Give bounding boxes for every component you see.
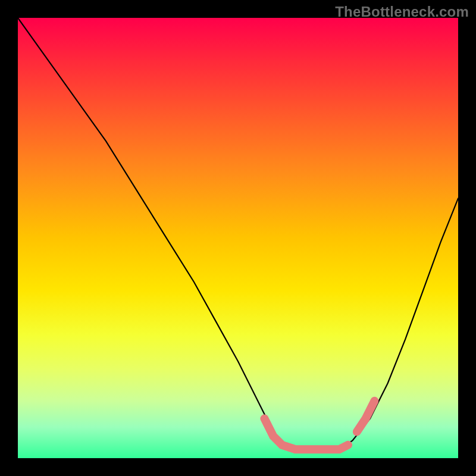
chart-frame: TheBottleneck.com (0, 0, 476, 476)
trough-highlight (264, 418, 348, 449)
bottleneck-curve (18, 18, 458, 449)
curve-layer (18, 18, 458, 458)
plot-area (18, 18, 458, 458)
watermark-text: TheBottleneck.com (335, 4, 469, 20)
